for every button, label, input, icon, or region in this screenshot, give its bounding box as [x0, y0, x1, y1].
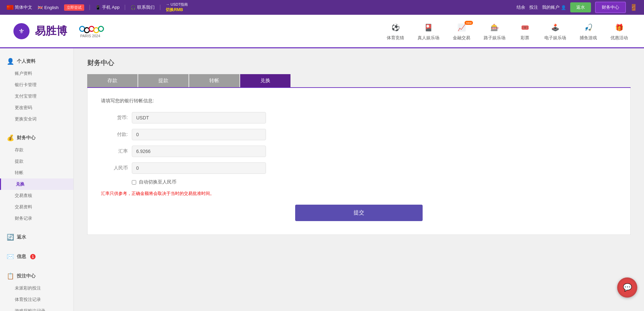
sidebar-section-personal-header: 👤 个人资料 — [0, 55, 73, 68]
tabs: 存款 提款 转帐 兑换 — [87, 74, 631, 88]
logo-area: ⚜ 易胜博 PARIS 2024 — [13, 23, 384, 39]
sidebar-item-tx-check[interactable]: 交易查核 — [0, 190, 73, 201]
lottery-icon: 🎟️ — [519, 21, 531, 34]
end-label: 结余 — [517, 4, 525, 10]
submit-button[interactable]: 提交 — [295, 205, 423, 221]
lottery-label: 彩票 — [521, 35, 529, 41]
rmb-input[interactable] — [132, 162, 266, 174]
tab-transfer[interactable]: 转帐 — [189, 74, 239, 87]
warning-text: 汇率只供参考，正确金额将会取决于当时的交易批准时间。 — [101, 191, 617, 197]
live-label: 真人娱乐场 — [418, 35, 439, 41]
sidebar-item-change-security[interactable]: 更换安全词 — [0, 113, 73, 125]
rate-input[interactable] — [132, 146, 266, 157]
divider-3 — [160, 5, 160, 10]
payment-label: 付款: — [101, 132, 128, 138]
sidebar-item-deposit[interactable]: 存款 — [0, 144, 73, 156]
nav-sports[interactable]: ⚽ 体育竞猜 — [384, 21, 407, 41]
auto-switch-label[interactable]: 自动切换至人民币 — [139, 179, 176, 185]
chat-icon: 💬 — [619, 279, 636, 296]
lang-en[interactable]: 🇬🇧 English — [38, 5, 59, 10]
sidebar-item-game-bets[interactable]: 游戏厅投注记录 — [0, 305, 73, 311]
invest-link[interactable]: 投注 — [529, 4, 538, 10]
sidebar-section-bet-center: 📋 投注中心 未派彩的投注 体育投注记录 游戏厅投注记录 — [0, 270, 73, 311]
promo-icon: 🎁 — [613, 21, 625, 34]
finance-section-icon: 💰 — [7, 134, 14, 142]
sidebar-item-withdraw[interactable]: 提款 — [0, 156, 73, 167]
rate-label: 汇率 — [101, 148, 128, 154]
mobile-app-link[interactable]: 📱 手机 App — [95, 4, 120, 10]
return-section-title: 返水 — [17, 234, 26, 240]
nav-fishing[interactable]: 🎣 捕鱼游戏 — [577, 21, 600, 41]
sidebar-item-sports-bets[interactable]: 体育投注记录 — [0, 294, 73, 305]
lang-cn[interactable]: 🇨🇳 简体中文 — [7, 4, 32, 10]
nav-live[interactable]: 🎴 真人娱乐场 — [415, 21, 442, 41]
my-account-link[interactable]: 我的账户 👤 — [542, 4, 566, 10]
flag-cn-icon: 🇨🇳 — [7, 5, 13, 10]
auto-switch-row: 自动切换至人民币 — [132, 179, 617, 185]
live-icon: 🎴 — [423, 21, 435, 34]
sidebar-section-message-header[interactable]: ✉️ 信息 1 — [0, 250, 73, 263]
nav-finance[interactable]: new 📈 金融交易 — [450, 21, 473, 41]
sidebar-item-account-info[interactable]: 账户资料 — [0, 68, 73, 79]
sidebar-item-tx-info[interactable]: 交易资料 — [0, 201, 73, 213]
nav-promo[interactable]: 🎁 优惠活动 — [608, 21, 631, 41]
sidebar-section-finance-header: 💰 财务中心 — [0, 132, 73, 144]
account-icon: 👤 — [561, 5, 566, 10]
message-section-icon: ✉️ — [7, 253, 14, 260]
tab-deposit[interactable]: 存款 — [87, 74, 138, 87]
switch-rmb-label[interactable]: 切换RMB — [166, 7, 183, 13]
payment-row: 付款: — [101, 129, 617, 140]
return-button[interactable]: 返水 — [570, 2, 591, 12]
usdt-box[interactable]: → USDT指南 切换RMB — [166, 2, 188, 13]
sidebar-section-return: 🔄 返水 — [0, 231, 73, 244]
main-content: 财务中心 存款 提款 转帐 兑换 请填写您的银行转帐信息: 货币: 付款: 汇率 — [74, 48, 644, 311]
end-link[interactable]: 结余 — [517, 4, 525, 10]
sports-icon: ⚽ — [389, 21, 401, 34]
finance-section-title: 财务中心 — [17, 135, 36, 141]
arcade-icon: 🎰 — [489, 21, 501, 34]
tab-exchange[interactable]: 兑换 — [240, 74, 290, 87]
promo-label: 优惠活动 — [610, 35, 628, 41]
olympic-area: PARIS 2024 — [76, 24, 104, 38]
currency-label: 货币: — [101, 115, 128, 121]
contact-icon: 🎧 — [130, 5, 136, 10]
bet-section-icon: 📋 — [7, 272, 14, 280]
sidebar-item-finance-records[interactable]: 财务记录 — [0, 213, 73, 224]
rate-row: 汇率 — [101, 146, 617, 157]
sidebar-item-alipay[interactable]: 支付宝管理 — [0, 91, 73, 102]
chat-button[interactable]: 💬 — [617, 277, 637, 298]
finance-center-button[interactable]: 财务中心 — [595, 2, 626, 13]
auto-switch-checkbox[interactable] — [132, 180, 136, 185]
lang-en-label: English — [44, 5, 59, 10]
sidebar-item-exchange[interactable]: 兑换 — [0, 178, 73, 190]
sidebar-section-return-header[interactable]: 🔄 返水 — [0, 231, 73, 244]
personal-section-icon: 👤 — [7, 58, 14, 65]
esports-label: 电子娱乐场 — [544, 35, 566, 41]
contact-link[interactable]: 🎧 联系我们 — [130, 4, 155, 10]
nav-lottery[interactable]: 🎟️ 彩票 — [516, 21, 534, 41]
sidebar-section-finance: 💰 财务中心 存款 提款 转帐 兑换 交易查核 交易资料 财务记录 — [0, 132, 73, 224]
logout-icon[interactable]: 🚪 — [630, 4, 637, 11]
nav-arcade[interactable]: 🎰 路子娱乐场 — [481, 21, 508, 41]
mobile-app-label: 手机 App — [102, 4, 120, 10]
currency-input[interactable] — [132, 112, 266, 123]
sidebar-item-lottery-bets[interactable]: 未派彩的投注 — [0, 282, 73, 294]
promo-badge[interactable]: 立即尝试 — [64, 4, 84, 11]
sidebar-item-bank-card[interactable]: 银行卡管理 — [0, 79, 73, 91]
page-body: 👤 个人资料 账户资料 银行卡管理 支付宝管理 更改密码 更换安全词 💰 财务中… — [0, 48, 644, 311]
nav-esports[interactable]: 🕹️ 电子娱乐场 — [542, 21, 569, 41]
flag-en-icon: 🇬🇧 — [38, 5, 43, 10]
main-nav: ⚽ 体育竞猜 🎴 真人娱乐场 new 📈 金融交易 🎰 路子娱乐场 🎟️ 彩票 … — [384, 21, 631, 41]
sports-label: 体育竞猜 — [387, 35, 404, 41]
personal-section-title: 个人资料 — [17, 58, 36, 64]
form-panel: 请填写您的银行转帐信息: 货币: 付款: 汇率 人民币 — [87, 88, 631, 235]
paris-label: PARIS 2024 — [80, 34, 100, 38]
sidebar-item-transfer[interactable]: 转帐 — [0, 167, 73, 178]
sidebar-item-change-pwd[interactable]: 更改密码 — [0, 102, 73, 113]
payment-input[interactable] — [132, 129, 266, 140]
tab-withdraw[interactable]: 提款 — [138, 74, 189, 87]
finance-trade-label: 金融交易 — [453, 35, 470, 41]
fishing-icon: 🎣 — [582, 21, 594, 34]
logo-text: 易胜博 — [35, 24, 67, 39]
logo-icon: ⚜ — [13, 23, 30, 39]
